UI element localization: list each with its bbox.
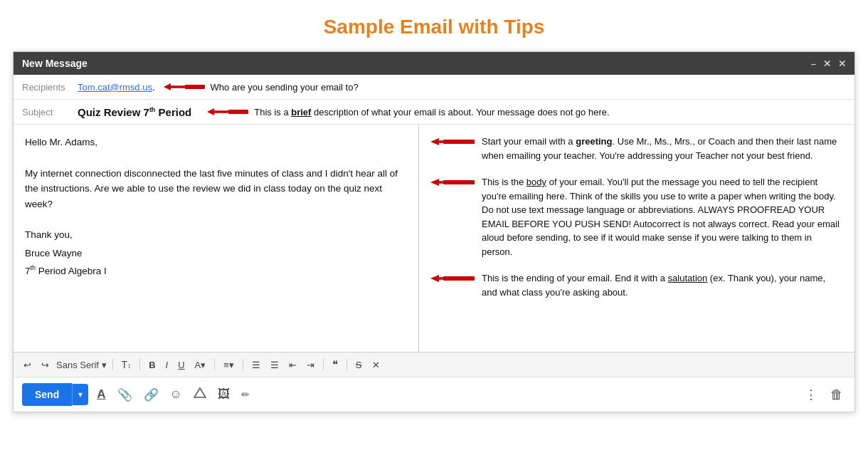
bottom-right-area: ⋮ 🗑 — [802, 385, 846, 404]
svg-rect-2 — [185, 85, 205, 89]
title-bar-controls: – ✕ ✕ — [811, 58, 846, 69]
recipients-period: . — [152, 82, 155, 93]
subject-suffix: Period — [155, 106, 191, 118]
recipients-row: Recipients Tom.cat@rmsd.us . Who are you… — [14, 75, 854, 100]
align-button[interactable]: ≡▾ — [221, 358, 237, 372]
class-sig-suffix: Period Algebra I — [36, 265, 107, 276]
svg-rect-5 — [228, 110, 248, 114]
numbered-list-button[interactable]: ☰ — [249, 358, 263, 372]
font-color-button[interactable]: A▾ — [192, 358, 209, 372]
subject-prefix: Quiz Review 7 — [78, 106, 149, 118]
bold-button[interactable]: B — [146, 358, 158, 372]
formatting-toolbar: ↩ ↪ Sans Serif ▾ T↕ B I U A▾ ≡▾ ☰ ☰ ⇤ ⇥ … — [14, 353, 854, 377]
toolbar-divider-2 — [139, 359, 140, 370]
restore-button[interactable]: ✕ — [823, 58, 831, 69]
greeting-tip-arrow-icon — [430, 135, 476, 148]
font-family-dropdown[interactable]: Sans Serif ▾ — [56, 360, 107, 370]
insert-emoji-button[interactable]: ☺ — [167, 386, 185, 403]
bottom-action-bar: Send ▾ A 📎 🔗 ☺ 🖼 ✏ ⋮ 🗑 — [14, 377, 854, 412]
email-body-text: My internet connection disconnected the … — [25, 166, 407, 212]
insert-drive-button[interactable] — [191, 385, 209, 404]
closing-tip-arrow-icon — [430, 272, 476, 285]
drive-icon — [194, 387, 206, 400]
closing-tip-block: This is the ending of your email. End it… — [430, 271, 843, 299]
svg-marker-15 — [194, 388, 206, 397]
subject-tip-text: This is a brief description of what your… — [254, 107, 609, 118]
body-area: Hello Mr. Adams, My internet connection … — [14, 125, 854, 353]
toolbar-divider-5 — [323, 359, 324, 370]
class-sig-sup: th — [31, 264, 36, 271]
bottom-left-area: Send ▾ A 📎 🔗 ☺ 🖼 ✏ — [22, 383, 253, 406]
title-bar-label: New Message — [22, 58, 88, 69]
recipients-tip-arrow-block: Who are you sending your email to? — [164, 80, 359, 93]
toolbar-divider-3 — [214, 359, 215, 370]
toolbar-divider-6 — [346, 359, 347, 370]
subject-arrow-icon — [207, 105, 250, 118]
send-button[interactable]: Send — [22, 383, 72, 406]
more-actions-button[interactable]: ⋮ — [802, 385, 820, 404]
title-bar: New Message – ✕ ✕ — [14, 52, 854, 75]
email-greeting: Hello Mr. Adams, — [25, 135, 407, 150]
redo-button[interactable]: ↪ — [38, 358, 52, 372]
indent-less-button[interactable]: ⇤ — [286, 358, 300, 372]
email-content-panel: Hello Mr. Adams, My internet connection … — [14, 125, 419, 352]
close-button[interactable]: ✕ — [838, 58, 846, 69]
send-options-button[interactable]: ▾ — [72, 384, 88, 405]
subject-value: Quiz Review 7th Period — [78, 106, 191, 118]
remove-format-button[interactable]: ✕ — [369, 358, 383, 372]
attach-file-button[interactable]: 📎 — [115, 386, 135, 404]
svg-marker-1 — [164, 83, 171, 90]
greeting-tip-text: Start your email with a greeting. Use Mr… — [482, 135, 843, 162]
insert-photo-button[interactable]: 🖼 — [215, 386, 233, 403]
svg-marker-11 — [430, 179, 439, 186]
indent-more-button[interactable]: ⇥ — [304, 358, 317, 372]
recipients-arrow-icon — [164, 80, 206, 93]
insert-link-button[interactable]: 🔗 — [141, 386, 162, 404]
email-class-sig: 7th Period Algebra I — [25, 263, 407, 278]
email-closing: Thank you, — [25, 227, 407, 243]
recipient-email[interactable]: Tom.cat@rmsd.us — [78, 82, 152, 93]
discard-button[interactable]: 🗑 — [827, 386, 846, 404]
page-title: Sample Email with Tips — [324, 16, 545, 38]
body-tip-text: This is the body of your email. You'll p… — [482, 175, 843, 259]
italic-button[interactable]: I — [163, 358, 171, 372]
font-size-button[interactable]: T↕ — [119, 357, 134, 372]
svg-marker-14 — [430, 275, 439, 282]
bulleted-list-button[interactable]: ☰ — [268, 358, 282, 372]
body-tip-block: This is the body of your email. You'll p… — [430, 175, 843, 259]
page-title-area: Sample Email with Tips — [0, 0, 868, 51]
format-text-button[interactable]: A — [94, 386, 108, 403]
minimize-button[interactable]: – — [811, 58, 816, 69]
svg-marker-8 — [430, 138, 439, 145]
email-name: Bruce Wayne — [25, 246, 407, 261]
blockquote-button[interactable]: ❝ — [329, 357, 341, 372]
strikethrough-button[interactable]: S — [353, 358, 365, 372]
toolbar-divider-1 — [112, 359, 113, 370]
email-window: New Message – ✕ ✕ Recipients Tom.cat@rms… — [13, 51, 855, 412]
closing-tip-text: This is the ending of your email. End it… — [482, 271, 843, 299]
subject-tip-arrow-block: This is a brief description of what your… — [207, 105, 609, 118]
subject-row: Subject Quiz Review 7th Period This is a… — [14, 100, 854, 125]
more-options-button[interactable]: ✏ — [238, 387, 253, 402]
class-sig-prefix: 7 — [25, 265, 31, 276]
body-tip-arrow-icon — [430, 176, 476, 189]
subject-label: Subject — [22, 107, 72, 118]
underline-button[interactable]: U — [175, 358, 187, 372]
send-button-group: Send ▾ — [22, 383, 88, 406]
toolbar-divider-4 — [243, 359, 243, 370]
recipients-label: Recipients — [22, 82, 72, 93]
svg-marker-4 — [207, 108, 214, 115]
tips-panel: Start your email with a greeting. Use Mr… — [419, 125, 854, 352]
recipients-tip-text: Who are you sending your email to? — [211, 82, 359, 93]
undo-button[interactable]: ↩ — [21, 358, 34, 372]
greeting-tip-block: Start your email with a greeting. Use Mr… — [430, 135, 843, 162]
